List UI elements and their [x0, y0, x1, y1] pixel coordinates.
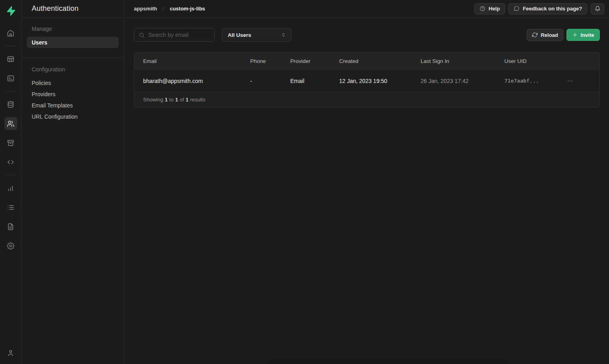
users-table: Email Phone Provider Created Last Sign I… — [134, 52, 600, 107]
app-window: Authentication Manage Users Configuratio… — [0, 0, 609, 364]
search-icon — [139, 32, 145, 38]
table-header-row: Email Phone Provider Created Last Sign I… — [134, 53, 599, 69]
table-row[interactable]: bharath@appsmith.com - Email 12 Jan, 202… — [134, 69, 599, 92]
reports-icon[interactable] — [4, 182, 17, 194]
topbar-actions: Help Feedback on this page? — [474, 3, 604, 14]
search-box — [134, 28, 215, 42]
pagination-text: of — [180, 97, 184, 103]
cell-user-uid: 71e7aabf... — [504, 78, 564, 84]
breadcrumb-project[interactable]: custom-js-libs — [170, 6, 205, 12]
pagination-total: 1 — [186, 97, 188, 103]
column-header-phone: Phone — [250, 58, 290, 64]
sidebar-item-users[interactable]: Users — [27, 37, 119, 48]
help-circle-icon — [480, 6, 486, 12]
storage-icon[interactable] — [4, 136, 17, 149]
auth-sidebar: Authentication Manage Users Configuratio… — [22, 0, 124, 364]
cell-email: bharath@appsmith.com — [143, 78, 250, 84]
database-icon[interactable] — [4, 98, 17, 111]
column-header-last-sign-in: Last Sign In — [421, 58, 504, 64]
rail-divider — [6, 91, 16, 91]
rail-divider — [6, 175, 16, 175]
feedback-label: Feedback on this page? — [523, 6, 582, 12]
ellipsis-icon — [567, 78, 573, 84]
chevron-up-down-icon — [281, 32, 286, 38]
logs-icon[interactable] — [4, 201, 17, 214]
row-actions-button[interactable] — [564, 75, 576, 87]
column-header-provider: Provider — [290, 58, 339, 64]
help-label: Help — [489, 6, 500, 12]
pagination-text: to — [169, 97, 174, 103]
sql-editor-icon[interactable] — [4, 72, 17, 85]
rail-divider — [6, 46, 16, 46]
chat-bubble-icon — [514, 6, 520, 12]
plus-icon — [572, 32, 578, 38]
breadcrumb-org[interactable]: appsmith — [134, 6, 157, 12]
cell-last-sign-in: 26 Jan, 2023 17:42 — [421, 78, 504, 84]
api-docs-icon[interactable] — [4, 220, 17, 233]
cell-created: 12 Jan, 2023 19:50 — [339, 78, 421, 84]
pagination-from: 1 — [165, 97, 168, 103]
breadcrumb-separator: / — [163, 6, 164, 12]
table-pagination: Showing 1 to 1 of 1 results — [134, 92, 599, 107]
users-toolbar: All Users Reload — [134, 28, 600, 42]
account-icon[interactable] — [4, 346, 17, 359]
pagination-text: Showing — [143, 97, 163, 103]
icon-rail — [0, 0, 22, 364]
authentication-icon[interactable] — [4, 117, 17, 130]
feedback-button[interactable]: Feedback on this page? — [508, 3, 587, 14]
reload-label: Reload — [541, 32, 558, 38]
user-filter-value: All Users — [228, 32, 251, 38]
section-heading-manage: Manage — [27, 26, 119, 32]
user-filter-select[interactable]: All Users — [222, 28, 291, 42]
refresh-icon — [532, 32, 538, 38]
cell-phone: - — [250, 78, 290, 84]
toolbar-actions: Reload Invite — [527, 29, 600, 41]
invite-label: Invite — [581, 32, 594, 38]
supabase-logo-icon[interactable] — [4, 4, 18, 18]
table-editor-icon[interactable] — [4, 53, 17, 65]
column-header-email: Email — [143, 58, 250, 64]
topbar: appsmith / custom-js-libs Help Feedback … — [124, 0, 609, 18]
sidebar-item-email-templates[interactable]: Email Templates — [27, 100, 119, 111]
notifications-button[interactable] — [591, 3, 604, 14]
column-header-created: Created — [339, 58, 421, 64]
help-button[interactable]: Help — [474, 3, 505, 14]
users-content: All Users Reload — [124, 18, 609, 364]
sidebar-item-policies[interactable]: Policies — [27, 77, 119, 89]
search-input[interactable] — [148, 32, 210, 38]
page-title: Authentication — [22, 0, 124, 18]
main-area: appsmith / custom-js-libs Help Feedback … — [124, 0, 609, 364]
bell-icon — [595, 6, 601, 12]
reload-button[interactable]: Reload — [527, 29, 563, 41]
home-icon[interactable] — [4, 26, 17, 39]
pagination-to: 1 — [175, 97, 178, 103]
edge-functions-icon[interactable] — [4, 156, 17, 168]
cell-provider: Email — [290, 78, 339, 84]
sidebar-nav: Manage Users Configuration Policies Prov… — [22, 18, 124, 122]
pagination-text: results — [190, 97, 205, 103]
invite-button[interactable]: Invite — [567, 29, 600, 41]
breadcrumb: appsmith / custom-js-libs — [134, 6, 205, 12]
sidebar-item-providers[interactable]: Providers — [27, 89, 119, 100]
column-header-user-uid: User UID — [504, 58, 564, 64]
section-heading-configuration: Configuration — [27, 66, 119, 73]
sidebar-item-url-configuration[interactable]: URL Configuration — [27, 111, 119, 122]
settings-gear-icon[interactable] — [4, 239, 17, 252]
